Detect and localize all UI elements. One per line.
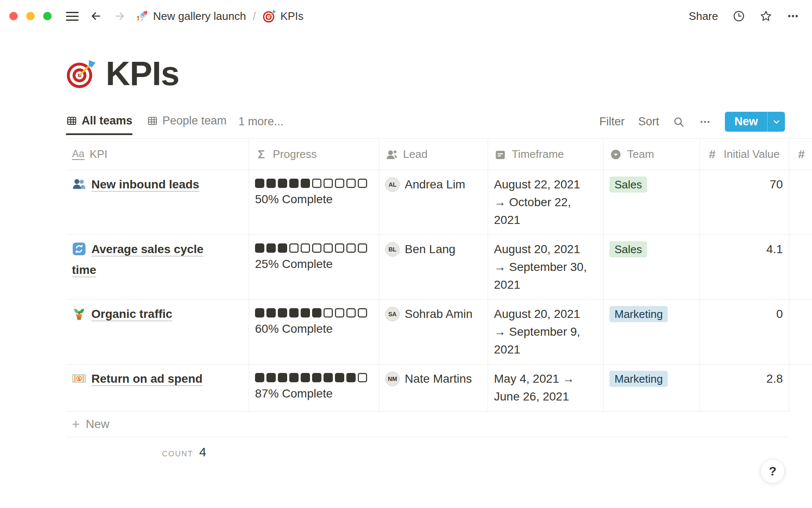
timeframe-cell[interactable]: August 20, 2021→ September 9,2021 [488, 299, 604, 364]
text-line: → September 30, [494, 260, 587, 273]
column-header-lead[interactable]: Lead [379, 139, 488, 170]
kpi-cell[interactable]: $Return on ad spend [66, 364, 249, 411]
column-label: Lead [403, 148, 428, 161]
table-icon [147, 115, 158, 127]
extra-cell[interactable] [789, 235, 812, 299]
column-header-progress[interactable]: ΣProgress [249, 139, 379, 170]
filter-button[interactable]: Filter [599, 115, 625, 128]
column-header-extra[interactable]: # [789, 139, 812, 170]
team-cell[interactable]: Sales [604, 170, 700, 235]
column-label: Progress [273, 148, 317, 161]
rocket-emoji [135, 9, 149, 23]
lead-cell[interactable]: AL Andrea Lim [379, 170, 488, 235]
team-cell[interactable]: Sales [604, 235, 700, 299]
column-header-timeframe[interactable]: Timeframe [488, 139, 604, 170]
kpi-page-link[interactable]: New inbound leads [91, 178, 199, 191]
breadcrumb-item-current[interactable]: KPIs [263, 9, 304, 23]
window-zoom-button[interactable] [43, 12, 52, 20]
text-line: 2021 [494, 343, 520, 356]
tab-people-team[interactable]: People team [147, 114, 227, 135]
progress-square [335, 243, 344, 253]
progress-bar [255, 373, 373, 382]
breadcrumb-separator: / [251, 10, 258, 23]
tab-label: All teams [82, 114, 132, 127]
share-button[interactable]: Share [689, 10, 718, 23]
team-cell[interactable]: Marketing [604, 299, 700, 364]
table-icon [66, 115, 77, 127]
timeframe-cell[interactable]: August 22, 2021→ October 22,2021 [488, 170, 604, 235]
progress-square [301, 373, 310, 382]
progress-square [358, 179, 367, 188]
window-titlebar: New gallery launch / KPIs Share [0, 0, 812, 32]
new-button-label[interactable]: New [725, 112, 767, 132]
help-button[interactable]: ? [760, 459, 785, 483]
avatar: NM [385, 372, 400, 386]
updates-clock-icon[interactable] [732, 10, 745, 22]
extra-cell[interactable] [789, 299, 812, 364]
progress-square [358, 308, 367, 318]
search-icon[interactable] [672, 116, 685, 128]
sort-button[interactable]: Sort [638, 115, 659, 128]
extra-cell[interactable] [789, 170, 812, 235]
initial-value-cell[interactable]: 2.8 [700, 364, 789, 411]
lead-cell[interactable]: BL Ben Lang [379, 235, 488, 299]
progress-square [301, 243, 310, 253]
initial-value-cell[interactable]: 4.1 [700, 235, 789, 299]
more-views-button[interactable]: 1 more... [239, 115, 284, 135]
progress-square [346, 243, 356, 253]
initial-value-cell[interactable]: 70 [700, 170, 789, 235]
count-label[interactable]: COUNT [162, 450, 193, 458]
view-tabs: All teamsPeople team [66, 114, 227, 135]
window-minimize-button[interactable] [26, 12, 35, 20]
more-options-icon[interactable] [787, 10, 799, 22]
kpi-page-link[interactable]: Return on ad spend [91, 372, 203, 385]
formula-icon: Σ [255, 148, 268, 161]
lead-cell[interactable]: NM Nate Martins [379, 364, 488, 411]
team-cell[interactable]: Marketing [604, 364, 700, 411]
back-arrow-icon[interactable] [90, 10, 102, 22]
kpi-page-link[interactable]: Organic traffic [91, 307, 172, 320]
progress-cell[interactable]: 60% Complete [249, 299, 379, 364]
progress-square [346, 179, 356, 188]
target-emoji [66, 58, 96, 89]
avatar: SA [385, 307, 400, 321]
new-record-button[interactable]: New [725, 112, 785, 132]
progress-square [346, 308, 356, 318]
text-line: August 20, 2021 [494, 307, 580, 320]
breadcrumb-item-parent[interactable]: New gallery launch [135, 9, 246, 23]
new-row-button[interactable]: + New [66, 411, 789, 437]
column-header-kpi[interactable]: AaKPI [66, 139, 249, 170]
progress-square [324, 373, 333, 382]
person-icon [385, 148, 398, 161]
progress-cell[interactable]: 87% Complete [249, 364, 379, 411]
kpi-cell[interactable]: New inbound leads [66, 170, 249, 235]
kpi-page-link[interactable]: Average sales cycletime [72, 243, 203, 276]
lead-name: Andrea Lim [405, 176, 465, 193]
sidebar-menu-icon[interactable] [66, 12, 79, 21]
money-emoji: $ [72, 371, 86, 391]
progress-square [266, 243, 276, 253]
chevron-down-icon[interactable] [767, 112, 785, 132]
tab-label: People team [162, 114, 227, 127]
progress-cell[interactable]: 50% Complete [249, 170, 379, 235]
kpi-cell[interactable]: Organic traffic [66, 299, 249, 364]
progress-cell[interactable]: 25% Complete [249, 235, 379, 299]
column-header-team[interactable]: Team [604, 139, 700, 170]
favorite-star-icon[interactable] [760, 10, 772, 22]
column-header-initial-value[interactable]: #Initial Value [700, 139, 789, 170]
view-options-icon[interactable] [699, 116, 711, 128]
team-badge: Marketing [609, 306, 668, 322]
forward-arrow-icon[interactable] [113, 10, 126, 22]
progress-square [335, 179, 344, 188]
timeframe-cell[interactable]: May 4, 2021 →June 26, 2021 [488, 364, 604, 411]
window-close-button[interactable] [9, 12, 18, 20]
timeframe-cell[interactable]: August 20, 2021→ September 30,2021 [488, 235, 604, 299]
tab-all-teams[interactable]: All teams [66, 114, 132, 135]
lead-cell[interactable]: SA Sohrab Amin [379, 299, 488, 364]
view-toolbar: All teamsPeople team 1 more... Filter So… [66, 112, 785, 135]
kpi-cell[interactable]: Average sales cycletime [66, 235, 249, 299]
extra-cell[interactable] [789, 364, 812, 411]
text-line: → September 9, [494, 325, 580, 338]
initial-value-cell[interactable]: 0 [700, 299, 789, 364]
progress-square [289, 179, 299, 188]
